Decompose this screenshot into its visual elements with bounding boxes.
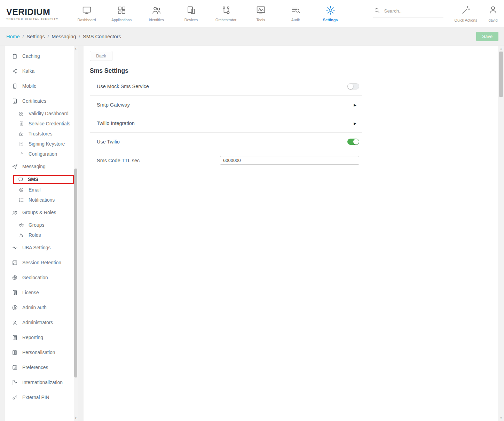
sms-code-ttl-sec-input[interactable]: [220, 156, 359, 165]
sidebar-item-mobile[interactable]: Mobile: [5, 79, 74, 94]
use-twilio-toggle[interactable]: [347, 139, 359, 145]
nav-item-tools[interactable]: Tools: [250, 5, 272, 22]
sidebar-item-roles[interactable]: Roles: [5, 230, 74, 240]
session-retention-icon: [12, 260, 18, 266]
sidebar-item-caching[interactable]: Caching: [5, 49, 74, 64]
scroll-down-icon[interactable]: ▼: [74, 416, 78, 420]
veridium-logo[interactable]: VERIDIUM TRUSTED DIGITAL IDENTITY: [6, 7, 71, 21]
sidebar-item-signing-keystore[interactable]: Signing Keystore: [5, 139, 74, 149]
nav-item-orchestrator[interactable]: Orchestrator: [215, 5, 237, 22]
scroll-up-icon[interactable]: ▲: [498, 47, 504, 51]
sidebar-item-notifications[interactable]: Notifications: [5, 195, 74, 205]
sidebar-item-session-retention[interactable]: Session Retention: [5, 255, 74, 270]
nav-item-dashboard[interactable]: Dashboard: [76, 5, 98, 22]
groups-roles-icon: [12, 210, 18, 216]
user-menu[interactable]: david: [488, 5, 498, 22]
main-nav: DashboardApplicationsIdentitiesDevicesOr…: [76, 5, 341, 22]
sidebar-item-label: Configuration: [29, 151, 57, 157]
setting-label: Use Mock Sms Service: [97, 84, 149, 89]
sidebar-item-label: Kafka: [22, 69, 34, 74]
messaging-icon: [12, 164, 18, 170]
sidebar-item-groups[interactable]: Groups: [5, 220, 74, 230]
sidebar-item-groups-roles[interactable]: Groups & Roles: [5, 205, 74, 220]
sidebar-item-service-credentials[interactable]: Service Credentials: [5, 119, 74, 129]
sidebar-item-reporting[interactable]: Reporting: [5, 330, 74, 345]
breadcrumb-item-settings[interactable]: Settings: [26, 34, 45, 39]
sidebar-item-kafka[interactable]: Kafka: [5, 64, 74, 79]
sidebar-scrollbar-thumb[interactable]: [74, 169, 77, 377]
internationalization-icon: [12, 380, 18, 385]
breadcrumb-item-messaging[interactable]: Messaging: [52, 34, 76, 39]
setting-row-twilio-integration[interactable]: Twilio Integration▶: [90, 114, 362, 133]
roles-icon: [19, 233, 24, 238]
sidebar-item-administrators[interactable]: Administrators: [5, 315, 74, 330]
breadcrumb: Home/Settings/Messaging/SMS Connectors: [6, 34, 124, 39]
sidebar: CachingKafkaMobileCertificatesValidity D…: [5, 46, 74, 421]
sidebar-item-messaging[interactable]: Messaging: [5, 159, 74, 174]
sidebar-item-uba-settings[interactable]: UBA Settings: [5, 240, 74, 255]
sidebar-item-label: Mobile: [22, 84, 37, 89]
sidebar-item-admin-auth[interactable]: Admin auth: [5, 300, 74, 315]
breadcrumb-item-home[interactable]: Home: [6, 34, 20, 39]
groups-icon: [19, 223, 24, 228]
identities-icon: [151, 5, 162, 15]
page-scrollbar[interactable]: ▲ ▼: [498, 46, 504, 421]
sidebar-item-certificates[interactable]: Certificates: [5, 94, 74, 109]
sidebar-item-truststores[interactable]: Truststores: [5, 129, 74, 139]
scroll-up-icon[interactable]: ▲: [74, 47, 78, 51]
use-mock-sms-service-toggle[interactable]: [347, 83, 359, 89]
nav-item-label: Devices: [184, 18, 198, 22]
sidebar-item-configuration[interactable]: Configuration: [5, 149, 74, 159]
sidebar-item-label: Truststores: [29, 131, 53, 137]
sidebar-item-geolocation[interactable]: Geolocation: [5, 270, 74, 285]
tools-icon: [256, 5, 266, 15]
setting-row-use-mock-sms-service: Use Mock Sms Service: [90, 77, 362, 96]
page-scrollbar-thumb[interactable]: [499, 52, 503, 97]
expand-arrow-icon[interactable]: ▶: [354, 103, 356, 107]
admin-auth-icon: [12, 305, 18, 311]
scroll-down-icon[interactable]: ▼: [498, 416, 504, 420]
page-title: Sms Settings: [90, 67, 498, 75]
sidebar-item-validity-dashboard[interactable]: Validity Dashboard: [5, 109, 74, 119]
sidebar-item-label: SMS: [28, 177, 38, 182]
caching-icon: [12, 53, 18, 59]
administrators-icon: [12, 320, 18, 326]
settings-rows: Use Mock Sms ServiceSmtp Gateway▶Twilio …: [90, 77, 362, 170]
sidebar-item-label: Internationalization: [22, 380, 63, 385]
orchestrator-icon: [221, 5, 231, 15]
nav-item-label: Dashboard: [78, 18, 96, 22]
app-window: VERIDIUM TRUSTED DIGITAL IDENTITY Dashbo…: [0, 0, 504, 421]
nav-item-label: Orchestrator: [215, 18, 236, 22]
sidebar-item-email[interactable]: Email: [5, 185, 74, 195]
sidebar-scrollbar[interactable]: ▲ ▼: [74, 46, 78, 421]
back-button[interactable]: Back: [90, 51, 112, 61]
nav-item-devices[interactable]: Devices: [180, 5, 202, 22]
setting-row-use-twilio: Use Twilio: [90, 133, 362, 151]
configuration-icon: [19, 151, 24, 157]
save-button[interactable]: Save: [476, 32, 498, 41]
sidebar-item-external-pin[interactable]: External PIN: [5, 390, 74, 405]
sidebar-item-sms[interactable]: SMS: [13, 175, 74, 184]
sidebar-item-label: UBA Settings: [22, 245, 50, 250]
logo-name: VERIDIUM: [6, 7, 71, 17]
setting-label: Use Twilio: [97, 139, 120, 145]
reporting-icon: [12, 335, 18, 341]
nav-item-identities[interactable]: Identities: [145, 5, 167, 22]
sidebar-item-license[interactable]: License: [5, 285, 74, 300]
email-icon: [19, 187, 24, 193]
nav-item-applications[interactable]: Applications: [110, 5, 133, 22]
setting-row-smtp-gateway[interactable]: Smtp Gateway▶: [90, 96, 362, 114]
sidebar-item-preferences[interactable]: Preferences: [5, 360, 74, 375]
kafka-icon: [12, 68, 18, 74]
nav-item-audit[interactable]: Audit: [284, 5, 307, 22]
notifications-icon: [19, 197, 24, 203]
expand-arrow-icon[interactable]: ▶: [354, 122, 356, 125]
sidebar-item-personalisation[interactable]: Personalisation: [5, 345, 74, 360]
sidebar-item-label: Notifications: [29, 197, 55, 203]
search-input[interactable]: [384, 8, 436, 14]
nav-item-settings[interactable]: Settings: [319, 5, 341, 22]
sidebar-item-internationalization[interactable]: Internationalization: [5, 375, 74, 390]
quick-actions-button[interactable]: Quick Actions: [455, 5, 477, 22]
sms-icon: [18, 177, 23, 182]
uba-settings-icon: [12, 245, 18, 251]
